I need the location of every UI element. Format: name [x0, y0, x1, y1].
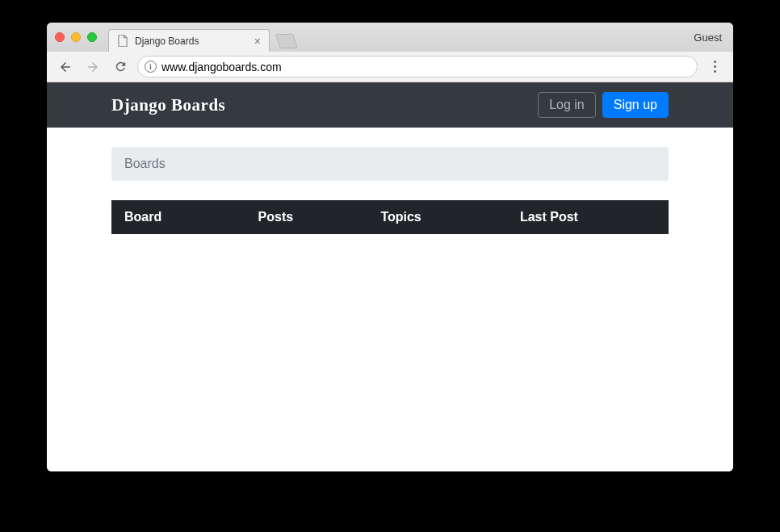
guest-label: Guest [694, 31, 725, 44]
forward-button[interactable] [82, 57, 103, 77]
login-button[interactable]: Log in [538, 92, 596, 118]
browser-tabbar: Django Boards × Guest [47, 23, 733, 52]
tab-title: Django Boards [135, 36, 199, 47]
breadcrumb-item: Boards [124, 157, 166, 170]
table-header-board: Board [111, 200, 245, 234]
site-info-icon[interactable]: i [145, 61, 157, 73]
table-header-posts: Posts [245, 200, 368, 234]
table-header-lastpost: Last Post [507, 200, 669, 234]
new-tab-button[interactable] [275, 34, 298, 48]
brand-logo[interactable]: Django Boards [111, 95, 225, 115]
reload-button[interactable] [110, 57, 131, 77]
maximize-window-button[interactable] [87, 32, 97, 42]
page-icon [117, 36, 128, 47]
breadcrumb: Boards [111, 147, 669, 181]
close-tab-icon[interactable]: × [254, 36, 261, 47]
close-window-button[interactable] [55, 32, 65, 42]
site-navbar: Django Boards Log in Sign up [47, 82, 733, 128]
table-header-topics: Topics [367, 200, 507, 234]
browser-toolbar: i [47, 52, 733, 82]
browser-menu-button[interactable] [704, 61, 725, 73]
window-controls [55, 32, 97, 42]
page-content: Django Boards Log in Sign up Boards Boar… [47, 82, 733, 471]
minimize-window-button[interactable] [71, 32, 81, 42]
url-input[interactable] [161, 61, 690, 73]
url-bar[interactable]: i [137, 56, 698, 77]
browser-tab[interactable]: Django Boards × [108, 29, 270, 52]
signup-button[interactable]: Sign up [602, 92, 669, 118]
back-button[interactable] [55, 57, 76, 77]
table-header-row: Board Posts Topics Last Post [111, 200, 669, 234]
browser-window: Django Boards × Guest i Django Boards [47, 23, 733, 471]
boards-table: Board Posts Topics Last Post [111, 200, 669, 234]
